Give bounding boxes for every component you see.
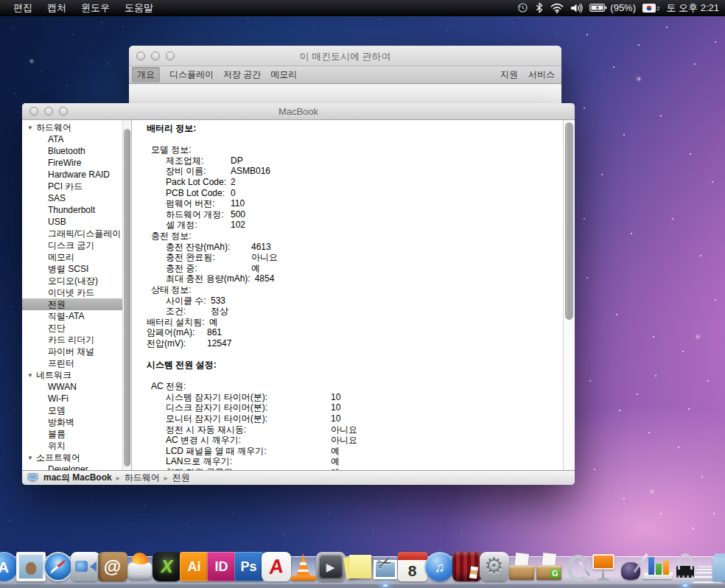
- sidebar-item-디스크 굽기[interactable]: 디스크 굽기: [22, 239, 131, 251]
- facetime-icon[interactable]: [71, 552, 100, 581]
- sidebar-item-메모리[interactable]: 메모리: [22, 251, 131, 263]
- about-titlebar[interactable]: 이 매킨토시에 관하여: [129, 46, 561, 66]
- about-link-서비스[interactable]: 서비스: [528, 69, 555, 81]
- clamp-tool-icon[interactable]: [561, 552, 591, 581]
- info-row: 정전 시 자동 재시동:아니요: [132, 424, 575, 435]
- sidebar-scrollbar-thumb[interactable]: [124, 129, 130, 466]
- sidebar-item-방화벽[interactable]: 방화벽: [22, 416, 131, 428]
- safari-icon[interactable]: [43, 552, 73, 581]
- sidebar-item-USB[interactable]: USB: [22, 216, 131, 228]
- input-source[interactable]: 2: [642, 4, 659, 13]
- dock-slot: [589, 552, 617, 581]
- sidebar-item-Wi-Fi[interactable]: Wi-Fi: [22, 393, 131, 405]
- sidebar-item-PCI 카드[interactable]: PCI 카드: [22, 181, 131, 192]
- info-row: 시스템 잠자기 타이머(분):10: [132, 392, 575, 403]
- pages-icon[interactable]: [616, 552, 645, 581]
- address-book-icon[interactable]: @: [98, 552, 127, 581]
- sidebar-item-SAS[interactable]: SAS: [22, 192, 131, 204]
- video-player-icon[interactable]: ▶: [316, 552, 346, 581]
- about-tab-메모리[interactable]: 메모리: [270, 69, 297, 81]
- info-row: 현재 전원 공급원:예: [132, 467, 575, 470]
- sidebar-item-그래픽/디스플레이[interactable]: 그래픽/디스플레이: [22, 228, 131, 239]
- about-tab-디스플레이[interactable]: 디스플레이: [169, 69, 214, 81]
- vlc-icon[interactable]: [289, 552, 318, 581]
- illustrator-icon[interactable]: Ai: [180, 552, 209, 581]
- green-x-app-icon[interactable]: X: [153, 552, 182, 581]
- content-scrollbar-thumb[interactable]: [565, 122, 573, 320]
- sidebar-item-Thunderbolt[interactable]: Thunderbolt: [22, 204, 131, 216]
- sidebar-item-볼륨[interactable]: 볼륨: [22, 428, 131, 440]
- sidebar-item-오디오(내장)[interactable]: 오디오(내장): [22, 275, 131, 287]
- section-header: 시스템 전원 설정:: [132, 360, 575, 371]
- section-header: 모델 정보:: [132, 144, 575, 155]
- info-value: 861: [207, 327, 222, 338]
- about-tab-저장 공간[interactable]: 저장 공간: [223, 69, 261, 81]
- sidebar-item-ATA[interactable]: ATA: [22, 133, 131, 145]
- photo-booth-icon[interactable]: [452, 552, 482, 581]
- sidebar-item-전원[interactable]: 전원: [22, 298, 131, 310]
- archive-utility-box-icon[interactable]: G: [534, 552, 564, 581]
- toast-titanium-icon[interactable]: [125, 552, 155, 581]
- sidebar-item-직렬-ATA[interactable]: 직렬-ATA: [22, 310, 131, 322]
- dock-slot: Ai: [181, 552, 208, 581]
- sidebar-label: PCI 카드: [48, 181, 83, 192]
- numbers-icon[interactable]: [643, 552, 673, 581]
- ical-icon[interactable]: 8: [398, 552, 427, 581]
- menu-clock[interactable]: 토 오후 2:21: [666, 1, 719, 15]
- downloads-folder-icon[interactable]: [712, 556, 725, 581]
- menu-item-편집[interactable]: 편집: [6, 0, 40, 15]
- about-link-지원[interactable]: 지원: [500, 69, 518, 81]
- menu-item-도움말[interactable]: 도움말: [117, 0, 161, 15]
- system-preferences-icon[interactable]: ⚙: [480, 552, 509, 581]
- volume-icon[interactable]: [570, 3, 583, 13]
- bluetooth-icon[interactable]: [535, 2, 544, 13]
- info-row: 배터리 설치됨:예: [132, 317, 575, 328]
- sysinfo-titlebar[interactable]: MacBook: [22, 103, 575, 120]
- sidebar-item-Developer[interactable]: Developer: [22, 463, 131, 470]
- blank-line: [132, 349, 575, 360]
- breadcrumb-item[interactable]: 전원: [172, 472, 190, 484]
- sidebar-item-Bluetooth[interactable]: Bluetooth: [22, 145, 131, 157]
- sidebar-item-WWAN[interactable]: WWAN: [22, 381, 131, 393]
- sidebar-group-하드웨어[interactable]: ▼하드웨어: [22, 122, 131, 133]
- stickies-icon[interactable]: [343, 552, 373, 581]
- photoshop-icon[interactable]: Ps: [234, 552, 264, 581]
- mail-icon[interactable]: [16, 552, 46, 581]
- blank-line: [132, 134, 575, 145]
- time-machine-icon[interactable]: [517, 2, 528, 13]
- app-store-icon[interactable]: A: [0, 552, 18, 581]
- sidebar-item-카드 리더기[interactable]: 카드 리더기: [22, 334, 131, 346]
- sidebar-group-네트워크[interactable]: ▼네트워크: [22, 369, 131, 381]
- app-store-icon-glyph: A: [0, 559, 9, 575]
- breadcrumb-item[interactable]: 하드웨어: [125, 472, 160, 484]
- info-label: LCD 패널을 열 때 깨우기:: [166, 446, 331, 457]
- battery-status[interactable]: (95%): [589, 2, 636, 13]
- info-value: 4854: [255, 273, 275, 284]
- menu-item-캡처[interactable]: 캡처: [40, 0, 74, 15]
- installer-box-icon[interactable]: [507, 552, 536, 581]
- sidebar-scrollbar[interactable]: [122, 120, 131, 470]
- sidebar-group-소프트웨어[interactable]: ▼소프트웨어: [22, 452, 131, 463]
- sidebar-item-이더넷 카드[interactable]: 이더넷 카드: [22, 287, 131, 298]
- running-indicator: [682, 584, 689, 587]
- wifi-icon[interactable]: [550, 3, 564, 13]
- sidebar-item-모뎀[interactable]: 모뎀: [22, 405, 131, 416]
- sidebar-item-파이버 채널[interactable]: 파이버 채널: [22, 346, 131, 357]
- content-scrollbar[interactable]: [563, 120, 575, 470]
- sidebar-item-병렬 SCSI[interactable]: 병렬 SCSI: [22, 263, 131, 275]
- itunes-icon[interactable]: ♫: [425, 552, 455, 581]
- grab-icon[interactable]: ✂: [371, 552, 400, 581]
- sidebar-item-진단[interactable]: 진단: [22, 322, 131, 334]
- keynote-icon[interactable]: [589, 552, 618, 581]
- sidebar-label: 진단: [48, 323, 66, 333]
- menu-item-윈도우[interactable]: 윈도우: [74, 0, 117, 15]
- indesign-icon[interactable]: ID: [207, 552, 237, 581]
- info-label: 전압(mV):: [147, 338, 207, 349]
- sidebar-item-위치[interactable]: 위치: [22, 440, 131, 452]
- about-tab-개요[interactable]: 개요: [132, 67, 160, 83]
- sidebar-item-Hardware RAID[interactable]: Hardware RAID: [22, 169, 131, 181]
- acrobat-reader-icon[interactable]: A: [262, 552, 291, 581]
- breadcrumb-item[interactable]: mac의 MacBook: [43, 472, 112, 484]
- sidebar-item-프린터[interactable]: 프린터: [22, 357, 131, 369]
- sidebar-item-FireWire[interactable]: FireWire: [22, 157, 131, 169]
